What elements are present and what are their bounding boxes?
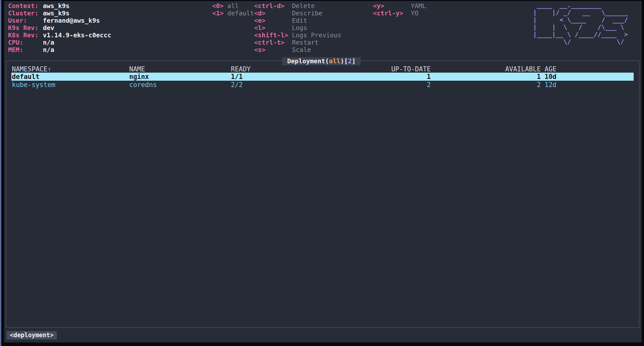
- info-label: Cluster:: [8, 10, 38, 17]
- cell-available: 1: [465, 73, 541, 81]
- column-header-ready[interactable]: READY: [231, 66, 251, 73]
- hotkey-yo: <ctrl-y>: [373, 10, 403, 17]
- hotkey-edit: <e>: [254, 17, 265, 24]
- cell-name: nginx: [129, 73, 149, 81]
- user-value: fernand@aws_k9s: [43, 17, 100, 24]
- cell-namespace: kube-system: [12, 81, 55, 89]
- info-label: K9s Rev:: [8, 24, 38, 32]
- cpu-value: n/a: [43, 39, 54, 46]
- table-frame: [6, 61, 639, 328]
- view-title-scope: all: [329, 57, 340, 65]
- k9s-logo: ____ __.________ | |/ _/ __ \______ | < …: [533, 2, 628, 45]
- hotkey-key: <y>: [373, 2, 384, 10]
- column-header-up-to-date[interactable]: UP-TO-DATE: [355, 66, 431, 73]
- view-title-resource: Deployment(: [287, 57, 329, 65]
- hotkey-key: <0>: [212, 2, 224, 10]
- column-header-name[interactable]: NAME: [129, 66, 145, 73]
- info-row-context: Context:: [8, 2, 38, 10]
- hotkey-label: Restart: [292, 39, 318, 46]
- hotkey-label: YO: [411, 10, 418, 17]
- info-row-k8s-rev: K8s Rev:: [8, 32, 38, 39]
- info-label: MEM:: [8, 46, 23, 53]
- info-label: User:: [8, 17, 27, 24]
- info-row-k9s-rev: K9s Rev:: [8, 24, 38, 32]
- hotkey-key: <d>: [254, 10, 265, 17]
- column-header-age[interactable]: AGE: [545, 66, 556, 73]
- column-header-namespace[interactable]: NAMESPACE↑: [12, 66, 51, 73]
- view-title-count: 2: [348, 57, 352, 65]
- hotkey-key: <ctrl-y>: [373, 10, 403, 17]
- hotkey-label: Scale: [292, 46, 311, 53]
- cell-age: 12d: [545, 81, 556, 89]
- cell-available: 2: [465, 81, 541, 89]
- cell-ready: 2/2: [231, 81, 243, 89]
- window-edge-strip: [0, 0, 1, 346]
- hotkey-label: Logs: [292, 24, 307, 32]
- info-row-mem: MEM:: [8, 46, 23, 53]
- hotkey-key: <e>: [254, 17, 265, 24]
- k9s-rev-value: dev: [43, 24, 54, 32]
- hotkey-yaml: <y>: [373, 2, 384, 10]
- cell-up-to-date: 2: [355, 81, 431, 89]
- hotkey-label: default: [227, 10, 254, 17]
- k8s-rev-value: v1.14.9-eks-c0eccc: [43, 32, 111, 39]
- hotkey-key: <ctrl-d>: [254, 2, 284, 10]
- cell-name: coredns: [129, 81, 157, 89]
- hotkey-key: <1>: [212, 10, 224, 17]
- cell-ready: 1/1: [231, 73, 243, 81]
- hotkey-label: Edit: [292, 17, 307, 24]
- hotkey-logs: <l>: [254, 24, 265, 32]
- info-label: CPU:: [8, 39, 23, 46]
- cell-up-to-date: 1: [355, 73, 431, 81]
- hotkey-label: YAML: [411, 2, 426, 10]
- sort-ascending-icon: ↑: [47, 65, 51, 73]
- hotkey-restart: <ctrl-t>: [254, 39, 284, 46]
- cluster-value: aws_k9s: [43, 10, 69, 17]
- hotkey-label: Describe: [292, 10, 322, 17]
- table-header-row: NAMESPACE↑ NAME READY UP-TO-DATE AVAILAB…: [0, 66, 644, 73]
- hotkey-describe: <d>: [254, 10, 265, 17]
- table-row-nginx[interactable]: default nginx 1/1 1 1 10d: [0, 73, 644, 81]
- cell-age: 10d: [545, 73, 556, 81]
- hotkey-key: <ctrl-t>: [254, 39, 284, 46]
- hotkey-all: <0>: [212, 2, 224, 10]
- column-header-available[interactable]: AVAILABLE: [465, 66, 541, 73]
- mem-value: n/a: [43, 46, 54, 53]
- hotkey-label: all: [227, 2, 239, 10]
- hotkey-default: <1>: [212, 10, 224, 17]
- hotkey-key: <s>: [254, 46, 265, 53]
- hotkey-logs-previous: <shift-l>: [254, 32, 288, 39]
- hotkey-label: Logs Previous: [292, 32, 341, 39]
- info-row-cpu: CPU:: [8, 39, 23, 46]
- info-label: Context:: [8, 2, 38, 10]
- hotkey-key: <l>: [254, 24, 265, 32]
- table-row-coredns[interactable]: kube-system coredns 2/2 2 2 12d: [0, 81, 644, 89]
- view-title-badge: Deployment(all)[2]: [282, 57, 361, 65]
- hotkey-scale: <s>: [254, 46, 265, 53]
- info-row-cluster: Cluster:: [8, 10, 38, 17]
- cell-namespace: default: [12, 73, 40, 81]
- context-value: aws_k9s: [43, 2, 69, 10]
- info-row-user: User:: [8, 17, 27, 24]
- hotkey-label: Delete: [292, 2, 315, 10]
- hotkey-delete: <ctrl-d>: [254, 2, 284, 10]
- info-label: K8s Rev:: [8, 32, 38, 39]
- breadcrumb-deployment[interactable]: <deployment>: [7, 331, 57, 339]
- hotkey-key: <shift-l>: [254, 32, 288, 39]
